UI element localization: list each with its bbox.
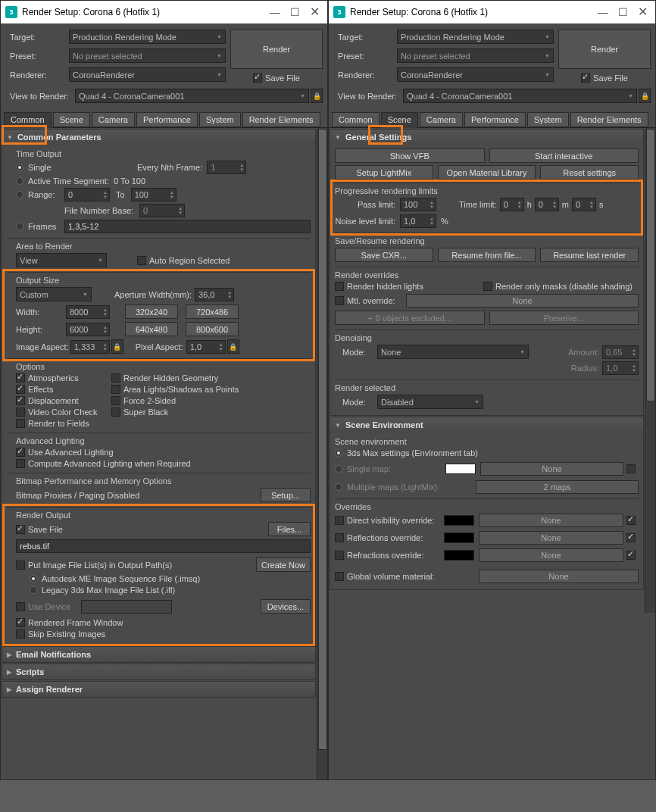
rollout-scripts[interactable]: ▶Scripts xyxy=(2,664,315,679)
pass-limit[interactable]: 100▲▼ xyxy=(400,198,436,211)
gvm-slot[interactable]: None xyxy=(479,570,639,583)
rollout-common[interactable]: ▼Common Parameters xyxy=(2,130,315,145)
mtl-override-check[interactable] xyxy=(335,296,344,305)
rfw-check[interactable] xyxy=(16,618,25,627)
radio-3dsmax-env[interactable] xyxy=(335,449,342,457)
maximize-icon[interactable]: ☐ xyxy=(285,3,305,21)
minimize-icon[interactable]: — xyxy=(265,3,285,21)
renderer-dropdown[interactable]: CoronaRenderer▼ xyxy=(397,67,554,82)
radio-frames[interactable] xyxy=(16,223,23,230)
rollout-email[interactable]: ▶Email Notifications xyxy=(2,647,315,662)
rfro-check2[interactable] xyxy=(626,551,636,560)
files-button[interactable]: Files... xyxy=(268,522,311,536)
lock-icon[interactable]: 🔒 xyxy=(311,89,323,103)
preset-640x480[interactable]: 640x480 xyxy=(125,322,178,336)
close-icon[interactable]: ✕ xyxy=(633,3,652,21)
aspect-lock-icon[interactable]: 🔒 xyxy=(111,339,123,354)
scrollbar[interactable] xyxy=(317,128,327,779)
image-aspect[interactable]: 1,333▲▼ xyxy=(70,340,110,354)
radio-imsq[interactable] xyxy=(30,575,37,582)
rom-check[interactable] xyxy=(483,282,492,291)
auto-region-check[interactable] xyxy=(137,256,146,265)
rfro-swatch[interactable] xyxy=(444,550,474,561)
preset-800x600[interactable]: 800x600 xyxy=(186,322,239,336)
dvo-slot[interactable]: None xyxy=(479,514,623,527)
maximize-icon[interactable]: ☐ xyxy=(613,3,633,21)
lock-icon[interactable]: 🔒 xyxy=(639,89,651,103)
mtl-override-slot[interactable]: None xyxy=(406,294,639,308)
preset-dropdown[interactable]: No preset selected▼ xyxy=(397,48,554,63)
tab-performance[interactable]: Performance xyxy=(136,112,198,127)
dvo-swatch[interactable] xyxy=(444,515,474,526)
height-spinner[interactable]: 6000▲▼ xyxy=(66,323,110,336)
tab-performance[interactable]: Performance xyxy=(464,112,526,127)
tab-elements[interactable]: Render Elements xyxy=(242,112,320,127)
tab-system[interactable]: System xyxy=(199,112,241,127)
reset-settings-button[interactable]: Reset settings xyxy=(540,165,639,180)
output-path[interactable]: rebus.tif xyxy=(16,539,311,553)
rtf-check[interactable] xyxy=(16,419,25,428)
denoise-mode[interactable]: None▼ xyxy=(377,345,529,359)
radio-single-map[interactable] xyxy=(335,465,342,473)
minimize-icon[interactable]: — xyxy=(593,3,613,21)
tab-camera[interactable]: Camera xyxy=(420,112,463,127)
tab-common[interactable]: Common xyxy=(4,112,52,128)
preset-320x240[interactable]: 320x240 xyxy=(125,304,178,319)
tab-elements[interactable]: Render Elements xyxy=(570,112,648,127)
target-dropdown[interactable]: Production Rendering Mode▼ xyxy=(69,30,226,44)
tab-camera[interactable]: Camera xyxy=(92,112,135,127)
open-matlib-button[interactable]: Open Material Library xyxy=(438,165,536,180)
rfo-slot[interactable]: None xyxy=(479,531,623,545)
rfo-swatch[interactable] xyxy=(444,532,474,543)
rhl-check[interactable] xyxy=(335,282,344,291)
denoise-amount[interactable]: 0,65▲▼ xyxy=(602,345,639,359)
width-spinner[interactable]: 8000▲▼ xyxy=(66,305,110,319)
disp-check[interactable] xyxy=(16,396,25,405)
rfro-check[interactable] xyxy=(335,551,344,560)
create-now-button[interactable]: Create Now xyxy=(256,557,311,572)
show-vfb-button[interactable]: Show VFB xyxy=(335,148,485,163)
sb-check[interactable] xyxy=(111,408,120,417)
save-file-check[interactable] xyxy=(253,73,262,83)
effects-check[interactable] xyxy=(16,385,25,394)
scrollbar[interactable] xyxy=(645,128,655,613)
render-selected-mode[interactable]: Disabled▼ xyxy=(377,395,483,409)
alp-check[interactable] xyxy=(111,385,120,394)
preserve-button[interactable]: Preserve... xyxy=(489,311,639,325)
atmospherics-check[interactable] xyxy=(16,373,25,383)
rollout-general[interactable]: ▼General Settings xyxy=(330,130,643,145)
put-check[interactable] xyxy=(16,561,25,570)
render-button[interactable]: Render xyxy=(230,30,323,69)
radio-active[interactable] xyxy=(16,177,23,185)
radio-single[interactable] xyxy=(16,164,23,171)
use-al-check[interactable] xyxy=(16,448,25,457)
radio-lightmix[interactable] xyxy=(335,483,342,491)
tab-scene[interactable]: Scene xyxy=(381,112,418,128)
tab-scene[interactable]: Scene xyxy=(53,112,90,127)
radio-ifl[interactable] xyxy=(30,586,37,594)
pixel-lock-icon[interactable]: 🔒 xyxy=(227,339,239,354)
tab-system[interactable]: System xyxy=(527,112,569,127)
rollout-assign[interactable]: ▶Assign Renderer xyxy=(2,682,315,697)
close-icon[interactable]: ✕ xyxy=(305,3,324,21)
vcc-check[interactable] xyxy=(16,408,25,417)
objects-excluded[interactable]: +0 objects excluded... xyxy=(335,311,485,325)
gvm-check[interactable] xyxy=(335,572,344,581)
dvo-check2[interactable] xyxy=(626,516,636,525)
render-button[interactable]: Render xyxy=(558,30,651,69)
save-file-check[interactable] xyxy=(581,73,590,83)
renderer-dropdown[interactable]: CoronaRenderer▼ xyxy=(69,67,226,82)
range-to[interactable]: 100▲▼ xyxy=(131,188,176,201)
rfo-check[interactable] xyxy=(335,533,344,542)
radio-range[interactable] xyxy=(16,191,23,198)
rollout-scene-env[interactable]: ▼Scene Environment xyxy=(330,417,643,433)
file-number-base[interactable]: 0▲▼ xyxy=(139,204,185,217)
single-map-check[interactable] xyxy=(626,464,636,473)
lightmix-slot[interactable]: 2 maps xyxy=(476,480,639,494)
frames-input[interactable]: 1,3,5-12 xyxy=(64,220,311,233)
pixel-aspect[interactable]: 1,0▲▼ xyxy=(186,340,226,354)
rfro-slot[interactable]: None xyxy=(479,548,623,562)
aperture-spinner[interactable]: 36,0▲▼ xyxy=(195,288,234,301)
tab-common[interactable]: Common xyxy=(332,112,380,127)
start-interactive-button[interactable]: Start interactive xyxy=(489,148,639,163)
